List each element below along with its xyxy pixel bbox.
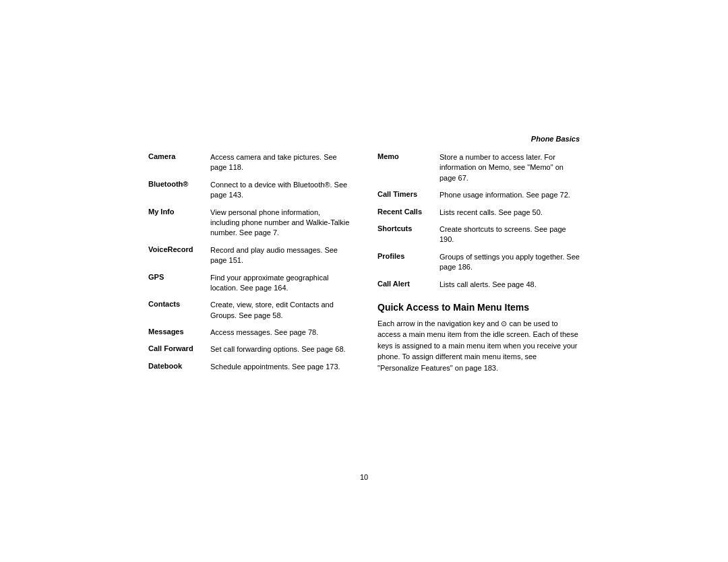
item-label-calltimers: Call Timers bbox=[377, 190, 431, 200]
item-label-gps: GPS bbox=[148, 273, 202, 294]
list-item: Camera Access camera and take pictures. … bbox=[148, 152, 351, 173]
item-desc-myinfo: View personal phone information, includi… bbox=[210, 208, 351, 239]
item-desc-gps: Find your approximate geographical locat… bbox=[210, 273, 351, 294]
right-column: Memo Store a number to access later. For… bbox=[377, 152, 580, 379]
page-number: 10 bbox=[360, 473, 368, 481]
item-label-messages: Messages bbox=[148, 327, 202, 338]
page-header: Phone Basics bbox=[148, 135, 580, 143]
list-item: Shortcuts Create shortcuts to screens. S… bbox=[377, 224, 580, 245]
item-label-callforward: Call Forward bbox=[148, 344, 202, 354]
item-label-datebook: Datebook bbox=[148, 362, 202, 372]
item-label-callalert: Call Alert bbox=[377, 280, 431, 290]
quick-access-section: Quick Access to Main Menu Items Each arr… bbox=[377, 302, 580, 374]
item-label-shortcuts: Shortcuts bbox=[377, 224, 431, 245]
list-item: Call Forward Set call forwarding options… bbox=[148, 344, 351, 354]
list-item: Memo Store a number to access later. For… bbox=[377, 152, 580, 183]
item-label-camera: Camera bbox=[148, 152, 202, 173]
item-desc-voicerecord: Record and play audio messages. See page… bbox=[210, 245, 351, 266]
list-item: Call Timers Phone usage information. See… bbox=[377, 190, 580, 200]
content-area: Phone Basics Camera Access camera and ta… bbox=[148, 135, 580, 379]
item-desc-memo: Store a number to access later. For info… bbox=[439, 152, 580, 183]
list-item: Bluetooth® Connect to a device with Blue… bbox=[148, 180, 351, 201]
item-desc-camera: Access camera and take pictures. See pag… bbox=[210, 152, 351, 173]
item-label-recentcalls: Recent Calls bbox=[377, 208, 431, 218]
quick-access-body: Each arrow in the navigation key and ⊙ c… bbox=[377, 318, 580, 374]
item-desc-profiles: Groups of settings you apply together. S… bbox=[439, 252, 580, 273]
list-item: VoiceRecord Record and play audio messag… bbox=[148, 245, 351, 266]
item-desc-bluetooth: Connect to a device with Bluetooth®. See… bbox=[210, 180, 351, 201]
list-item: Call Alert Lists call alerts. See page 4… bbox=[377, 280, 580, 290]
list-item: Contacts Create, view, store, edit Conta… bbox=[148, 300, 351, 321]
item-desc-datebook: Schedule appointments. See page 173. bbox=[210, 362, 351, 372]
item-desc-callforward: Set call forwarding options. See page 68… bbox=[210, 344, 351, 354]
list-item: Messages Access messages. See page 78. bbox=[148, 327, 351, 338]
list-item: Recent Calls Lists recent calls. See pag… bbox=[377, 208, 580, 218]
list-item: Profiles Groups of settings you apply to… bbox=[377, 252, 580, 273]
quick-access-title: Quick Access to Main Menu Items bbox=[377, 302, 580, 313]
menu-table: Camera Access camera and take pictures. … bbox=[148, 152, 580, 379]
item-label-myinfo: My Info bbox=[148, 208, 202, 239]
list-item: Datebook Schedule appointments. See page… bbox=[148, 362, 351, 372]
item-desc-callalert: Lists call alerts. See page 48. bbox=[439, 280, 580, 290]
item-label-bluetooth: Bluetooth® bbox=[148, 180, 202, 201]
section-title: Phone Basics bbox=[531, 135, 580, 143]
list-item: GPS Find your approximate geographical l… bbox=[148, 273, 351, 294]
list-item: My Info View personal phone information,… bbox=[148, 208, 351, 239]
item-label-profiles: Profiles bbox=[377, 252, 431, 273]
item-label-memo: Memo bbox=[377, 152, 431, 183]
item-desc-messages: Access messages. See page 78. bbox=[210, 327, 351, 338]
item-desc-recentcalls: Lists recent calls. See page 50. bbox=[439, 208, 580, 218]
left-column: Camera Access camera and take pictures. … bbox=[148, 152, 351, 379]
page-container: Phone Basics Camera Access camera and ta… bbox=[0, 0, 728, 562]
item-desc-contacts: Create, view, store, edit Contacts and G… bbox=[210, 300, 351, 321]
item-label-contacts: Contacts bbox=[148, 300, 202, 321]
item-desc-calltimers: Phone usage information. See page 72. bbox=[439, 190, 580, 200]
item-desc-shortcuts: Create shortcuts to screens. See page 19… bbox=[439, 224, 580, 245]
item-label-voicerecord: VoiceRecord bbox=[148, 245, 202, 266]
